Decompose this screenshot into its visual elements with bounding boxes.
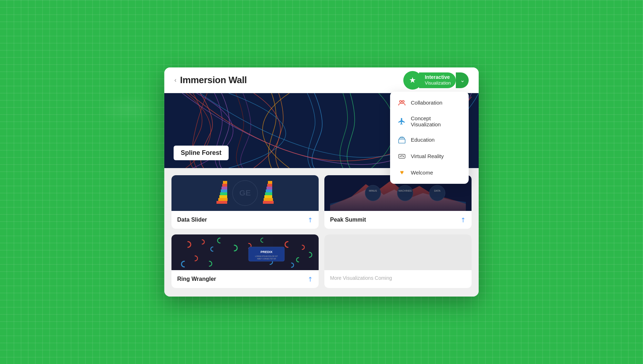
chevron-down-icon: ⌄ [460,77,465,84]
education-label: Education [411,137,435,143]
svg-rect-28 [268,181,272,184]
card-peak-summit-footer: Peak Summit ↗ [324,211,472,229]
svg-rect-21 [263,201,274,204]
svg-point-32 [397,185,413,201]
card-data-slider-footer: Data Slider ↗ [171,211,319,229]
card-ring-wrangler-title: Ring Wrangler [177,276,216,282]
app-container: ‹ Immersion Wall ★ Interactive Visualiza… [164,67,479,297]
svg-point-7 [400,156,401,157]
card-data-slider-image: GE [171,175,319,211]
card-more-coming-text: More Visualizations Coming [330,275,392,281]
svg-rect-25 [266,189,272,192]
card-more-coming: More Visualizations Coming [324,234,472,288]
card-peak-summit-title: Peak Summit [330,217,366,223]
welcome-label: Welcome [411,170,433,176]
dropdown-text: Interactive Visualization [425,74,451,86]
menu-item-virtual-reality[interactable]: Virtual Reality [390,148,469,165]
svg-rect-19 [222,184,227,187]
svg-rect-16 [220,192,227,195]
card-more-coming-footer: More Visualizations Coming [324,270,472,286]
svg-point-8 [403,156,404,157]
svg-rect-18 [221,187,227,189]
menu-item-collaboration[interactable]: Collaboration [390,95,469,111]
svg-rect-26 [266,187,272,189]
header: ‹ Immersion Wall ★ Interactive Visualiza… [164,67,479,93]
header-left: ‹ Immersion Wall [174,75,247,86]
dropdown-label: Interactive Visualization [419,72,456,88]
svg-text:MINUS: MINUS [369,189,377,192]
page-title: Immersion Wall [180,75,247,86]
menu-item-education[interactable]: Education [390,132,469,148]
back-button[interactable]: ‹ [174,76,176,84]
dropdown-wrapper: ★ Interactive Visualization ⌄ [403,71,469,90]
svg-rect-20 [223,181,227,184]
svg-rect-24 [265,192,272,195]
dropdown-chevron[interactable]: ⌄ [456,72,469,88]
svg-point-0 [400,100,402,102]
svg-rect-17 [221,189,227,192]
card-more-coming-image [324,234,472,270]
card-ring-wrangler-arrow[interactable]: ↗ [305,274,315,284]
category-dropdown-button[interactable]: ★ Interactive Visualization ⌄ [403,71,469,90]
svg-text:PREDIX: PREDIX [260,250,273,254]
cards-grid: GE [164,168,479,297]
menu-item-concept-visualization[interactable]: Concept Visualization [390,111,469,132]
svg-text:AMET CONSECTETUR: AMET CONSECTETUR [257,258,276,260]
svg-rect-15 [219,195,227,198]
education-icon [398,136,406,144]
hero-label: Spline Forest [174,146,229,160]
svg-rect-2 [399,139,405,143]
collaboration-label: Collaboration [411,100,442,106]
card-ring-wrangler[interactable]: PREDIX LOREM IPSUM DOLOR SIT AMET CONSEC… [171,234,319,288]
svg-rect-23 [264,195,272,198]
svg-rect-14 [218,198,228,201]
concept-visualization-icon [398,117,406,125]
svg-rect-27 [267,184,272,187]
svg-text:DATA: DATA [434,189,440,192]
svg-rect-22 [264,198,273,201]
concept-visualization-label: Concept Visualization [411,115,461,127]
svg-point-30 [365,185,381,201]
card-ring-wrangler-image: PREDIX LOREM IPSUM DOLOR SIT AMET CONSEC… [171,234,319,270]
virtual-reality-icon [398,152,406,160]
card-peak-summit-arrow[interactable]: ↗ [458,215,468,224]
virtual-reality-label: Virtual Reality [411,153,444,159]
menu-item-welcome[interactable]: ♥ Welcome [390,165,469,181]
svg-text:LOREM IPSUM DOLOR SIT: LOREM IPSUM DOLOR SIT [255,255,278,257]
dropdown-menu: Collaboration Concept Visualization [390,92,469,184]
svg-text:GE: GE [239,188,251,197]
svg-point-34 [429,185,445,201]
card-data-slider[interactable]: GE [171,175,319,229]
svg-rect-36 [177,234,313,270]
svg-text:MACHINES: MACHINES [399,189,412,192]
card-data-slider-title: Data Slider [177,217,207,223]
card-data-slider-arrow[interactable]: ↗ [305,215,315,224]
star-circle: ★ [403,71,422,90]
welcome-icon: ♥ [398,169,406,177]
collaboration-icon [398,99,406,107]
star-icon: ★ [409,76,416,85]
svg-point-1 [402,100,404,102]
card-ring-wrangler-footer: Ring Wrangler ↗ [171,270,319,288]
svg-rect-13 [216,201,227,204]
